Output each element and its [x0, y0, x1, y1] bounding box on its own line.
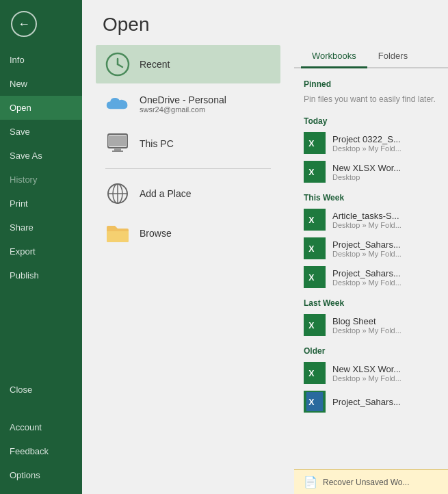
- file-name: Project_Sahars...: [332, 239, 401, 250]
- sidebar-nav: Info New Open Save Save As History Print…: [0, 48, 82, 378]
- file-path: Desktop » My Fold...: [332, 221, 401, 229]
- recover-label: Recover Unsaved Wo...: [323, 478, 410, 487]
- file-name: Article_tasks-S...: [332, 211, 401, 221]
- recover-icon: 📄: [304, 476, 317, 489]
- location-this-pc-label: This PC: [140, 138, 174, 149]
- location-add-place-label: Add a Place: [140, 188, 192, 199]
- section-pinned-header: Pinned: [298, 73, 444, 92]
- tab-folders[interactable]: Folders: [367, 45, 419, 68]
- location-add-place-text: Add a Place: [140, 188, 192, 199]
- file-info: Project_Sahars... Desktop » My Fold...: [332, 239, 401, 258]
- sidebar-item-save[interactable]: Save: [0, 120, 82, 144]
- file-path: Desktop: [332, 173, 401, 181]
- file-name: New XLSX Wor...: [332, 163, 401, 173]
- sidebar-item-close[interactable]: Close: [0, 378, 82, 402]
- sidebar-bottom: Close Account Feedback Options: [0, 378, 82, 494]
- location-onedrive-label: OneDrive - Personal: [140, 94, 226, 105]
- location-recent-text: Recent: [140, 59, 170, 70]
- section-this-week-header: This Week: [298, 186, 444, 205]
- file-name: Project 0322_S...: [332, 134, 401, 144]
- folder-icon: [105, 221, 130, 246]
- excel-icon: X: [304, 314, 326, 336]
- file-item[interactable]: X Article_tasks-S... Desktop » My Fold..…: [298, 205, 444, 234]
- location-browse-text: Browse: [140, 228, 172, 239]
- sidebar-item-new[interactable]: New: [0, 72, 82, 96]
- location-this-pc[interactable]: This PC: [96, 125, 280, 163]
- file-info: Project 0322_S... Desktop » My Fold...: [332, 134, 401, 153]
- svg-text:X: X: [308, 216, 315, 225]
- sidebar-item-feedback[interactable]: Feedback: [0, 439, 82, 463]
- location-add-place[interactable]: Add a Place: [96, 174, 280, 213]
- sidebar-item-account[interactable]: Account: [0, 415, 82, 439]
- excel-icon: X: [304, 237, 326, 259]
- sidebar-item-export[interactable]: Export: [0, 239, 82, 263]
- file-item[interactable]: X Blog Sheet Desktop » My Fold...: [298, 311, 444, 339]
- sidebar-item-save-as[interactable]: Save As: [0, 144, 82, 168]
- file-item[interactable]: X Project_Sahars...: [298, 387, 444, 416]
- file-name: Blog Sheet: [332, 316, 401, 326]
- section-today-header: Today: [298, 109, 444, 129]
- sidebar: ← Info New Open Save Save As History Pri…: [0, 0, 82, 494]
- file-path: Desktop » My Fold...: [332, 250, 401, 258]
- section-last-week-header: Last Week: [298, 291, 444, 311]
- file-item[interactable]: X New XLSX Wor... Desktop: [298, 157, 444, 186]
- excel-icon: X: [304, 209, 326, 231]
- sidebar-item-share[interactable]: Share: [0, 216, 82, 239]
- excel-icon: X: [304, 132, 326, 154]
- file-item[interactable]: X New XLSX Wor... Desktop » My Fold...: [298, 359, 444, 387]
- location-onedrive[interactable]: OneDrive - Personal swsr24@gmail.com: [96, 85, 280, 123]
- file-path: Desktop » My Fold...: [332, 144, 401, 153]
- files-panel: Workbooks Folders Pinned Pin files you w…: [294, 45, 448, 494]
- svg-text:X: X: [308, 273, 315, 283]
- locations-panel: Recent OneDrive - Personal swsr24@gmail.…: [82, 45, 294, 494]
- location-browse[interactable]: Browse: [96, 214, 280, 252]
- files-list: Pinned Pin files you want to easily find…: [294, 68, 448, 469]
- clock-icon: [105, 52, 130, 77]
- main-content: Open Recent: [82, 0, 448, 494]
- excel-icon: X: [304, 161, 326, 183]
- file-item[interactable]: X Project_Sahars... Desktop » My Fold...: [298, 234, 444, 263]
- tab-workbooks[interactable]: Workbooks: [301, 45, 367, 68]
- file-item[interactable]: X Project 0322_S... Desktop » My Fold...: [298, 129, 444, 157]
- file-path: Desktop » My Fold...: [332, 278, 401, 287]
- file-info: Blog Sheet Desktop » My Fold...: [332, 316, 401, 335]
- sidebar-item-options[interactable]: Options: [0, 463, 82, 487]
- sidebar-item-info[interactable]: Info: [0, 48, 82, 72]
- location-recent-label: Recent: [140, 59, 170, 70]
- svg-text:X: X: [308, 321, 315, 330]
- file-name: Project_Sahars...: [332, 397, 401, 407]
- svg-text:X: X: [308, 168, 315, 177]
- location-onedrive-text: OneDrive - Personal swsr24@gmail.com: [140, 94, 226, 114]
- svg-rect-5: [114, 148, 121, 151]
- sidebar-item-print[interactable]: Print: [0, 192, 82, 216]
- file-name: Project_Sahars...: [332, 268, 401, 278]
- files-tabs: Workbooks Folders: [294, 45, 448, 68]
- file-info: New XLSX Wor... Desktop: [332, 163, 401, 181]
- file-path: Desktop » My Fold...: [332, 326, 401, 335]
- pc-icon: [105, 131, 130, 156]
- location-recent[interactable]: Recent: [96, 45, 280, 83]
- sidebar-item-history[interactable]: History: [0, 168, 82, 192]
- back-button[interactable]: ←: [7, 7, 41, 41]
- file-info: Article_tasks-S... Desktop » My Fold...: [332, 211, 401, 229]
- file-item[interactable]: X Project_Sahars... Desktop » My Fold...: [298, 263, 444, 291]
- excel-icon: X: [304, 362, 326, 384]
- page-title: Open: [82, 0, 448, 45]
- svg-text:X: X: [308, 369, 315, 378]
- pinned-description: Pin files you want to easily find later.: [298, 92, 444, 109]
- file-info: Project_Sahars...: [332, 397, 401, 407]
- svg-line-2: [118, 64, 122, 67]
- svg-text:X: X: [308, 398, 315, 407]
- section-older-header: Older: [298, 339, 444, 359]
- svg-text:X: X: [308, 244, 315, 254]
- svg-text:X: X: [308, 139, 315, 148]
- sidebar-item-publish[interactable]: Publish: [0, 263, 82, 287]
- svg-rect-6: [112, 151, 123, 152]
- location-onedrive-sub: swsr24@gmail.com: [140, 105, 226, 114]
- excel-icon: X: [304, 391, 326, 413]
- recover-bar[interactable]: 📄 Recover Unsaved Wo...: [294, 469, 448, 494]
- file-name: New XLSX Wor...: [332, 364, 401, 374]
- sidebar-item-open[interactable]: Open: [0, 96, 82, 120]
- svg-rect-4: [108, 135, 127, 146]
- back-arrow-icon: ←: [11, 11, 37, 37]
